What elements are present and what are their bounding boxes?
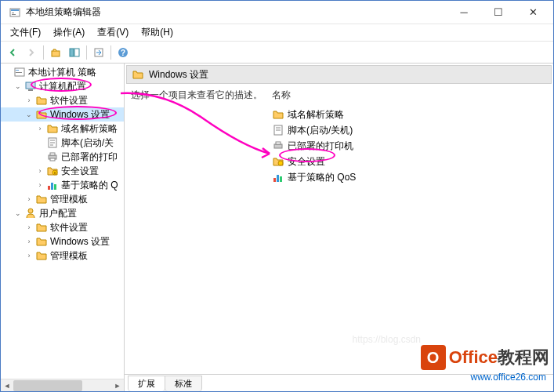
svg-point-28 xyxy=(278,161,283,165)
security-icon xyxy=(272,155,284,168)
tree-user-software[interactable]: › 软件设置 xyxy=(1,220,124,234)
chart-icon xyxy=(46,179,59,191)
content-header: Windows 设置 xyxy=(126,65,552,84)
svg-rect-3 xyxy=(12,14,16,15)
list-item-printers[interactable]: 已部署的打印机 xyxy=(272,138,547,154)
export-button[interactable] xyxy=(90,44,107,61)
tree-scrollbar-h[interactable]: ◄ ► xyxy=(1,379,124,391)
tree-label: 基于策略的 Q xyxy=(61,179,118,192)
up-button[interactable] xyxy=(47,44,64,61)
tree-root[interactable]: 本地计算机 策略 xyxy=(1,65,124,79)
description-text: 选择一个项目来查看它的描述。 xyxy=(131,89,264,107)
svg-rect-4 xyxy=(52,51,60,56)
tree-label: 软件设置 xyxy=(50,94,88,107)
app-icon xyxy=(9,6,21,19)
tree-panel[interactable]: 本地计算机 策略 ⌄ 计算机配置 › 软件设置 ⌄ Windows 设置 › 域… xyxy=(1,64,125,391)
svg-rect-29 xyxy=(273,178,276,182)
scroll-left-button[interactable]: ◄ xyxy=(1,379,13,391)
expand-icon[interactable]: › xyxy=(35,124,45,133)
tree-scripts[interactable]: 脚本(启动/关 xyxy=(1,136,124,150)
collapse-icon[interactable]: ⌄ xyxy=(13,209,23,218)
expand-icon[interactable] xyxy=(2,67,12,77)
watermark-brand1: Office xyxy=(449,347,498,368)
list-item-qos[interactable]: 基于策略的 QoS xyxy=(272,169,547,185)
tree-qos[interactable]: › 基于策略的 Q xyxy=(1,178,124,192)
menu-help[interactable]: 帮助(H) xyxy=(135,24,179,41)
svg-rect-17 xyxy=(50,153,55,155)
close-button[interactable]: ✕ xyxy=(516,2,550,24)
office-logo-icon: O xyxy=(421,345,446,370)
script-icon xyxy=(272,124,284,136)
item-label: 已部署的打印机 xyxy=(288,140,353,153)
item-label: 安全设置 xyxy=(288,155,325,169)
expand-icon[interactable]: › xyxy=(24,237,34,246)
printer-icon xyxy=(46,151,59,163)
scroll-right-button[interactable]: ► xyxy=(111,379,124,391)
minimize-button[interactable]: ─ xyxy=(447,2,481,24)
chart-icon xyxy=(272,171,284,183)
collapse-icon[interactable]: ⌄ xyxy=(24,110,34,119)
svg-rect-27 xyxy=(276,142,281,144)
scroll-thumb[interactable] xyxy=(13,380,82,391)
watermark-brand2: 教程网 xyxy=(498,346,549,369)
list-item-scripts[interactable]: 脚本(启动/关机) xyxy=(272,122,547,138)
tree-user-windows[interactable]: › Windows 设置 xyxy=(1,234,124,249)
titlebar: 本地组策略编辑器 ─ ☐ ✕ xyxy=(1,1,553,24)
folder-open-icon xyxy=(35,108,48,121)
maximize-button[interactable]: ☐ xyxy=(481,2,516,24)
tab-extended[interactable]: 扩展 xyxy=(128,376,165,391)
menu-view[interactable]: 查看(V) xyxy=(91,24,135,41)
show-hide-tree-button[interactable] xyxy=(66,44,83,61)
right-panel: Windows 设置 选择一个项目来查看它的描述。 名称 域名解析策略 xyxy=(125,64,553,391)
scroll-track[interactable] xyxy=(13,379,111,391)
svg-rect-11 xyxy=(16,70,19,71)
separator xyxy=(86,45,87,60)
collapse-icon[interactable]: ⌄ xyxy=(13,82,23,91)
list-item-security[interactable]: 安全设置 xyxy=(272,154,547,169)
tree-software-settings[interactable]: › 软件设置 xyxy=(1,93,124,107)
expand-icon[interactable]: › xyxy=(24,96,34,105)
menu-action[interactable]: 操作(A) xyxy=(47,24,91,41)
expand-icon[interactable]: › xyxy=(35,180,45,190)
tab-standard[interactable]: 标准 xyxy=(165,376,202,391)
folder-icon xyxy=(35,249,48,262)
svg-rect-20 xyxy=(54,172,56,174)
tree-user-admin[interactable]: › 管理模板 xyxy=(1,249,124,263)
printer-icon xyxy=(272,140,284,152)
tree-security[interactable]: › 安全设置 xyxy=(1,164,124,178)
expand-icon[interactable]: › xyxy=(35,166,45,176)
svg-point-24 xyxy=(28,209,33,213)
list-item-name-resolution[interactable]: 域名解析策略 xyxy=(272,107,547,122)
svg-rect-23 xyxy=(54,184,56,190)
computer-icon xyxy=(24,80,37,93)
tree-user-config[interactable]: ⌄ 用户配置 xyxy=(1,206,124,220)
csdn-watermark: https://blog.csdn xyxy=(353,334,421,345)
window-title: 本地组策略编辑器 xyxy=(26,5,447,19)
help-button[interactable]: ? xyxy=(114,44,132,61)
detail-area: 选择一个项目来查看它的描述。 名称 域名解析策略 脚本(启动/关机) xyxy=(125,85,553,374)
tree-windows-settings[interactable]: ⌄ Windows 设置 xyxy=(1,107,124,122)
tree-printers[interactable]: 已部署的打印 xyxy=(1,150,124,164)
tree-admin-templates[interactable]: › 管理模板 xyxy=(1,192,124,206)
expand-icon[interactable]: › xyxy=(24,194,34,204)
user-icon xyxy=(24,207,37,220)
tree-label: 管理模板 xyxy=(50,249,88,263)
svg-rect-2 xyxy=(12,13,14,13)
svg-rect-14 xyxy=(28,89,33,91)
tree-name-resolution[interactable]: › 域名解析策略 xyxy=(1,122,124,136)
tree-computer-config[interactable]: ⌄ 计算机配置 xyxy=(1,79,124,93)
forward-button[interactable] xyxy=(23,44,40,61)
tree-label: 已部署的打印 xyxy=(61,151,118,164)
security-icon xyxy=(46,165,59,177)
back-button[interactable] xyxy=(4,44,21,61)
tree-label: 软件设置 xyxy=(50,221,88,234)
menu-file[interactable]: 文件(F) xyxy=(4,24,47,41)
svg-text:?: ? xyxy=(121,49,125,57)
svg-rect-6 xyxy=(74,49,79,56)
item-label: 脚本(启动/关机) xyxy=(288,124,353,137)
name-column-header[interactable]: 名称 xyxy=(272,89,547,107)
svg-rect-13 xyxy=(26,82,35,89)
expand-icon[interactable]: › xyxy=(24,251,34,260)
watermark-logo: O Office 教程网 xyxy=(421,345,549,370)
expand-icon[interactable]: › xyxy=(24,223,34,232)
